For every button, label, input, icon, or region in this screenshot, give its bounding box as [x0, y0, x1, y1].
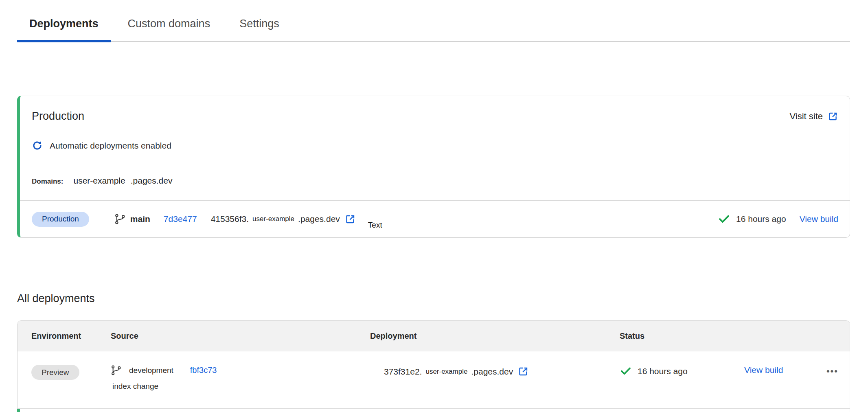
- deployment-project-name: user-example: [425, 368, 467, 376]
- deployment-hash: 415356f3.: [211, 214, 249, 224]
- status-group: 16 hours ago View build: [718, 213, 838, 226]
- external-link-icon[interactable]: [345, 214, 356, 225]
- deployment-url: 373f31e2. user-example .pages.dev: [384, 366, 620, 377]
- all-deployments-title: All deployments: [17, 292, 95, 305]
- source-branch-line: development fbf3c73: [111, 365, 370, 376]
- visit-site-label: Visit site: [789, 111, 823, 122]
- environment-cell: Preview: [31, 351, 111, 408]
- tab-settings[interactable]: Settings: [227, 18, 292, 41]
- auto-deployments-text: Automatic deployments enabled: [50, 141, 171, 151]
- view-build-link[interactable]: View build: [744, 365, 783, 375]
- check-icon: [620, 365, 632, 377]
- more-options-button[interactable]: •••: [826, 365, 838, 377]
- status-group: 16 hours ago: [620, 365, 688, 377]
- deployment-url: 415356f3. user-example .pages.dev: [211, 214, 356, 225]
- domains-label: Domains:: [32, 178, 63, 186]
- domains-row: Domains: user-example .pages.dev: [32, 176, 172, 186]
- production-card-header: Production Visit site: [32, 110, 838, 123]
- production-title: Production: [32, 110, 84, 123]
- auto-deployments-row: Automatic deployments enabled: [32, 140, 171, 151]
- deployment-cell: 373f31e2. user-example .pages.dev: [370, 351, 620, 408]
- external-link-icon[interactable]: [518, 366, 529, 377]
- table-header-row: Environment Source Deployment Status: [18, 321, 850, 351]
- column-header-deployment: Deployment: [370, 331, 620, 341]
- commit-message: index change: [111, 382, 370, 391]
- deployment-project-name: user-example: [252, 215, 294, 223]
- environment-badge: Preview: [31, 365, 79, 380]
- production-card: Production Visit site Automa: [17, 96, 850, 238]
- pages-project-screen: Deployments Custom domains Settings Prod…: [0, 0, 868, 412]
- source-cell: development fbf3c73 index change: [111, 351, 370, 408]
- next-row-peek: [17, 409, 850, 412]
- tab-custom-domains[interactable]: Custom domains: [116, 18, 223, 41]
- tab-bar: Deployments Custom domains Settings: [17, 0, 850, 42]
- environment-badge: Production: [32, 212, 89, 227]
- refresh-icon: [32, 140, 43, 151]
- domain-suffix: .pages.dev: [131, 176, 173, 186]
- deployments-table: Environment Source Deployment Status Pre…: [17, 320, 850, 412]
- column-header-source: Source: [111, 331, 370, 341]
- git-branch-icon: [111, 365, 122, 376]
- deployment-domain-suffix: .pages.dev: [471, 367, 513, 377]
- domain-name: user-example: [73, 176, 125, 186]
- check-icon: [718, 213, 730, 226]
- deployment-domain-suffix: .pages.dev: [298, 214, 340, 224]
- deployment-hash: 373f31e2.: [384, 367, 422, 377]
- status-cell: 16 hours ago View build •••: [620, 351, 850, 408]
- column-header-status: Status: [620, 331, 850, 341]
- commit-link[interactable]: 7d3e477: [164, 214, 197, 224]
- table-row: Preview development fbf3c73: [18, 351, 850, 409]
- branch-name: main: [130, 214, 150, 224]
- commit-link[interactable]: fbf3c73: [190, 366, 217, 375]
- tab-deployments[interactable]: Deployments: [17, 18, 111, 41]
- view-build-link[interactable]: View build: [800, 214, 838, 224]
- commit-message-text: Text: [368, 221, 382, 230]
- production-deployment-row: Production main 7d3e477 415356f3. user-e…: [20, 200, 850, 237]
- external-link-icon: [828, 111, 838, 122]
- deploy-time: 16 hours ago: [736, 214, 786, 224]
- column-header-environment: Environment: [31, 331, 111, 341]
- visit-site-link[interactable]: Visit site: [789, 111, 838, 122]
- branch-name: development: [129, 366, 173, 375]
- branch-group: main: [114, 213, 150, 225]
- deploy-time: 16 hours ago: [638, 366, 688, 376]
- git-branch-icon: [114, 213, 126, 225]
